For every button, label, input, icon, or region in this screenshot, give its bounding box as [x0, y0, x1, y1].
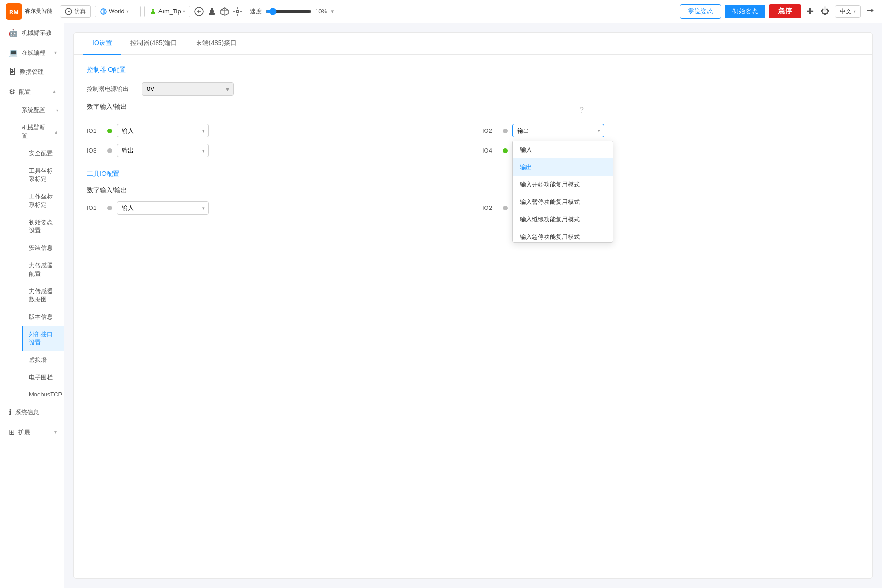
sidebar-label-kuozhan: 扩展 — [18, 428, 30, 436]
tab-ctrl485[interactable]: 控制器(485)端口 — [121, 33, 187, 55]
io3-dot — [107, 148, 112, 153]
tab-bar: IO设置 控制器(485)端口 末端(485)接口 — [74, 33, 872, 55]
dropdown-option-input[interactable]: 输入 — [513, 141, 613, 158]
power-output-row: 控制器电源输出 0V 12V 24V — [87, 82, 859, 96]
svg-text:RM: RM — [9, 9, 18, 16]
dropdown-option-continue[interactable]: 输入继续功能复用模式 — [513, 211, 613, 228]
help-icon[interactable]: ? — [580, 106, 584, 114]
speed-slider[interactable] — [266, 8, 311, 15]
sidebar-item-xitongxx[interactable]: ℹ 系统信息 — [0, 402, 64, 422]
sidebar: 🤖 机械臂示教 💻 在线编程 ▾ 🗄 数据管理 ⚙ 配置 ▲ 系统配置 ▾ 机械… — [0, 23, 64, 588]
zero-pose-button[interactable]: 零位姿态 — [680, 4, 721, 19]
tool-io-section: 工具IO配置 数字输入/输出 IO1 输入 输出 — [87, 170, 859, 215]
simulation-label: 仿真 — [74, 7, 86, 16]
robot-arm-icon[interactable] — [207, 6, 217, 17]
speed-value: 10% — [315, 8, 327, 15]
sidebar-item-kuozhan[interactable]: ⊞ 扩展 ▾ — [0, 422, 64, 442]
sidebar-sub2: 安全配置 工具坐标系标定 工作坐标系标定 初始姿态设置 安装信息 力传感器配置 … — [15, 145, 64, 402]
xitong-arrow-icon: ▾ — [56, 108, 58, 113]
io1-row: IO1 输入 输出 输入开始功能复用模式 输入暂停功能复用模式 — [87, 124, 464, 137]
sidebar-label-shuju: 数据管理 — [20, 68, 44, 76]
sidebar-item-dianziwl[interactable]: 电子围栏 — [22, 369, 64, 386]
sidebar-item-liqganshu[interactable]: 力传感器数据图 — [22, 283, 64, 308]
svg-rect-13 — [211, 8, 213, 10]
dropdown-option-estop[interactable]: 输入急停功能复用模式 — [513, 228, 613, 242]
tool-io1-dot — [107, 206, 112, 210]
dropdown-option-pause[interactable]: 输入暂停功能复用模式 — [513, 193, 613, 211]
io2-select[interactable]: 输入 输出 输入开始功能复用模式 输入暂停功能复用模式 输入继续功能复用模式 输… — [512, 124, 604, 137]
io4-label: IO4 — [482, 147, 498, 154]
cube-icon[interactable] — [220, 6, 230, 17]
simulation-mode-button[interactable]: 仿真 — [60, 5, 91, 18]
connect-icon[interactable] — [194, 6, 204, 17]
power-icon-button[interactable]: ⏻ — [819, 6, 831, 16]
tab-term485[interactable]: 末端(485)接口 — [187, 33, 246, 55]
sidebar-label-anzhuangxx: 安装信息 — [29, 244, 53, 252]
io2-dropdown-scroll: 输入 输出 输入开始功能复用模式 输入暂停功能复用模式 输入继续功能复用模式 输… — [513, 141, 613, 242]
tool-io1-row: IO1 输入 输出 — [87, 201, 464, 215]
sidebar-item-shuju[interactable]: 🗄 数据管理 — [0, 62, 64, 82]
sidebar-item-waibujk[interactable]: 外部接口设置 — [22, 326, 64, 351]
emergency-stop-button[interactable]: 急停 — [769, 4, 801, 18]
sidebar-label-xitong: 系统配置 — [22, 106, 45, 114]
tool-io2-label: IO2 — [482, 204, 498, 211]
power-output-select[interactable]: 0V 12V 24V — [142, 82, 234, 96]
power-output-select-wrapper: 0V 12V 24V — [142, 82, 234, 96]
data-sidebar-icon: 🗄 — [9, 68, 16, 76]
sidebar-label-niniqiang: 虚拟墙 — [29, 356, 47, 364]
io2-label: IO2 — [482, 127, 498, 134]
sidebar-label-banbenxx: 版本信息 — [29, 313, 53, 321]
sidebar-item-jixiepei[interactable]: 机械臂配置 ▲ — [15, 119, 64, 145]
sidebar-item-banbenxx[interactable]: 版本信息 — [22, 308, 64, 326]
sidebar-item-zaixian[interactable]: 💻 在线编程 ▾ — [0, 43, 64, 62]
tool-io1-select[interactable]: 输入 输出 — [117, 201, 209, 215]
dropdown-option-start[interactable]: 输入开始功能复用模式 — [513, 176, 613, 193]
world-selector[interactable]: World ▾ — [95, 6, 141, 17]
settings-icon[interactable] — [232, 6, 243, 17]
sidebar-item-chushijt[interactable]: 初始姿态设置 — [22, 214, 64, 239]
sidebar-item-niniqiang[interactable]: 虚拟墙 — [22, 351, 64, 369]
world-arrow-icon: ▾ — [126, 9, 129, 14]
io2-select-wrapper[interactable]: 输入 输出 输入开始功能复用模式 输入暂停功能复用模式 输入继续功能复用模式 输… — [512, 124, 604, 137]
io2-row: IO2 输入 输出 输入开始功能复用模式 输入暂停功能复用模式 输入继续功能复用… — [482, 124, 859, 137]
sidebar-item-jixiean[interactable]: 🤖 机械臂示教 — [0, 23, 64, 43]
tool-io2-dot — [503, 206, 508, 210]
config-sidebar-icon: ⚙ — [9, 87, 15, 96]
io1-select[interactable]: 输入 输出 输入开始功能复用模式 输入暂停功能复用模式 — [117, 124, 209, 137]
add-icon-button[interactable]: ✚ — [805, 6, 815, 17]
speed-arrow-icon[interactable]: ▾ — [331, 8, 334, 15]
io2-dropdown-menu: 输入 输出 输入开始功能复用模式 输入暂停功能复用模式 输入继续功能复用模式 输… — [512, 141, 613, 243]
tool-io-title: 工具IO配置 — [87, 170, 859, 178]
language-selector[interactable]: 中文 ▾ — [835, 5, 861, 18]
sidebar-item-anquan[interactable]: 安全配置 — [22, 145, 64, 162]
sidebar-label-liqganshu: 力传感器数据图 — [29, 287, 58, 304]
main-content: IO设置 控制器(485)端口 末端(485)接口 控制器IO配置 控制器电源输… — [64, 23, 882, 588]
tab-io[interactable]: IO设置 — [83, 33, 121, 55]
sidebar-sub-peizhi: 系统配置 ▾ 机械臂配置 ▲ 安全配置 工具坐标系标定 工作坐标系标定 初始姿态… — [0, 102, 64, 402]
init-pose-button[interactable]: 初始姿态 — [725, 5, 765, 18]
io3-select-wrapper: 输入 输出 — [117, 144, 209, 157]
io4-dot — [503, 148, 508, 153]
io-row-1-2: IO1 输入 输出 输入开始功能复用模式 输入暂停功能复用模式 — [87, 124, 859, 137]
arm-label: Arm_Tip — [158, 8, 181, 15]
io1-dot — [107, 129, 112, 133]
io3-select[interactable]: 输入 输出 — [117, 144, 209, 157]
sidebar-item-peizhi[interactable]: ⚙ 配置 ▲ — [0, 82, 64, 102]
digital-io-title: 数字输入/输出 — [87, 103, 127, 111]
sidebar-label-chushijt: 初始姿态设置 — [29, 218, 58, 235]
sidebar-item-anzhuangxx[interactable]: 安装信息 — [22, 239, 64, 257]
sidebar-item-gongzuozb[interactable]: 工作坐标系标定 — [22, 188, 64, 214]
sidebar-item-xitong[interactable]: 系统配置 ▾ — [15, 102, 64, 119]
sidebar-item-liqganpei[interactable]: 力传感器配置 — [22, 257, 64, 283]
arm-selector[interactable]: Arm_Tip ▾ — [144, 6, 190, 17]
svg-rect-8 — [152, 11, 154, 12]
sidebar-item-gongjuzb[interactable]: 工具坐标系标定 — [22, 162, 64, 188]
arm-arrow-icon: ▾ — [183, 9, 185, 14]
dropdown-option-output[interactable]: 输出 — [513, 158, 613, 176]
io1-label: IO1 — [87, 127, 103, 134]
speed-label: 速度 — [250, 7, 262, 16]
extend-sidebar-icon: ⊞ — [9, 428, 15, 436]
logout-icon-button[interactable]: ⮕ — [865, 6, 876, 16]
sidebar-item-modbustcp[interactable]: ModbusTCP — [22, 386, 64, 402]
tool-io1-select-wrapper: 输入 输出 — [117, 201, 209, 215]
